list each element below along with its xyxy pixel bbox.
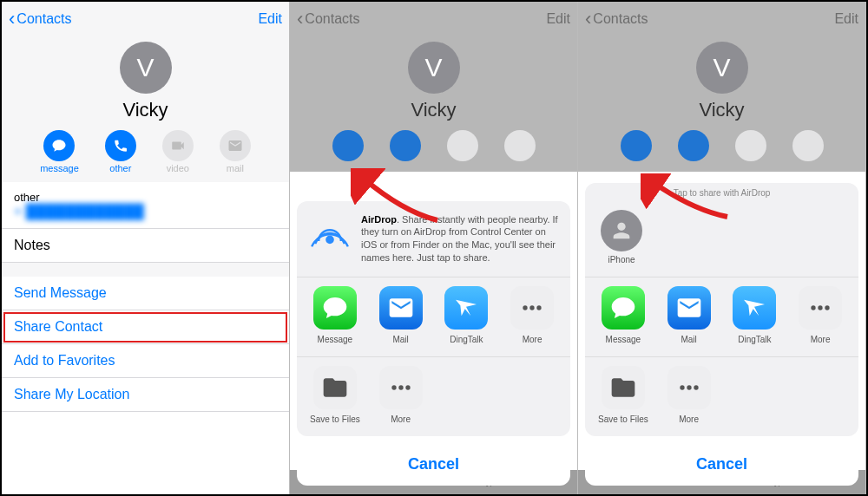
cell-share-contact[interactable]: Share Contact (2, 310, 289, 344)
cell-send-message[interactable]: Send Message (2, 277, 289, 310)
share-apps-row: Message Mail DingTalk More (297, 277, 570, 357)
share-sheet: Tap to share with AirDrop iPhone Message… (585, 183, 858, 486)
avatar: V (696, 42, 748, 94)
share-app-message[interactable]: Message (302, 286, 368, 344)
cell-phone[interactable]: other + ████████████ (2, 182, 289, 229)
person-icon (601, 210, 642, 251)
cancel-button[interactable]: Cancel (297, 443, 570, 486)
share-sheet: AirDrop. Share instantly with people nea… (297, 201, 570, 486)
contact-cells: other + ████████████ Notes Send Message … (2, 182, 289, 412)
nav-edit-button[interactable]: Edit (258, 11, 282, 27)
action-message[interactable]: message (40, 130, 79, 173)
svg-point-12 (694, 385, 698, 389)
folder-icon (602, 366, 645, 409)
folder-icon (313, 366, 357, 409)
chevron-left-icon: ‹ (585, 10, 591, 29)
more-icon (667, 366, 711, 409)
airdrop-targets-row: iPhone (585, 198, 858, 277)
contact-header: V Vicky (290, 36, 577, 172)
airdrop-target-iphone[interactable]: iPhone (597, 210, 642, 264)
more-icon (799, 286, 842, 330)
action-other[interactable]: other (105, 130, 136, 173)
chevron-left-icon: ‹ (297, 10, 303, 29)
svg-point-0 (326, 235, 334, 244)
action-row: message other video mail (2, 130, 289, 173)
nav-back-label: Contacts (16, 11, 71, 27)
share-app-more[interactable]: More (787, 286, 853, 344)
svg-point-4 (391, 385, 396, 389)
share-action-save-files[interactable]: Save to Files (590, 366, 656, 424)
share-actions-row: Save to Files More (297, 357, 570, 436)
share-app-dingtalk[interactable]: DingTalk (434, 286, 500, 344)
nav-back[interactable]: ‹ Contacts (297, 10, 359, 29)
nav-edit-button[interactable]: Edit (546, 11, 570, 27)
phone-number: + ████████████ (14, 204, 144, 219)
contact-name: Vicky (2, 99, 289, 121)
share-action-save-files[interactable]: Save to Files (302, 366, 368, 424)
cancel-button[interactable]: Cancel (585, 443, 858, 486)
svg-point-7 (811, 305, 815, 310)
svg-point-10 (680, 385, 684, 389)
cell-share-location[interactable]: Share My Location (2, 378, 289, 412)
cell-notes[interactable]: Notes (2, 229, 289, 263)
phone-icon (105, 130, 136, 161)
share-app-dingtalk[interactable]: DingTalk (722, 286, 788, 344)
video-icon (162, 130, 194, 161)
share-app-more[interactable]: More (499, 286, 565, 344)
share-action-more[interactable]: More (368, 366, 434, 424)
message-icon (43, 130, 75, 161)
dingtalk-app-icon (444, 286, 488, 330)
avatar: V (120, 42, 172, 94)
mail-app-icon (667, 286, 711, 330)
svg-point-6 (405, 385, 410, 389)
share-app-message[interactable]: Message (590, 286, 656, 344)
svg-point-1 (523, 305, 527, 310)
share-actions-row: Save to Files More (585, 357, 858, 436)
svg-point-2 (529, 305, 534, 310)
airdrop-description: AirDrop. Share instantly with people nea… (361, 213, 558, 264)
nav-back[interactable]: ‹ Contacts (9, 10, 71, 29)
airdrop-row[interactable]: AirDrop. Share instantly with people nea… (297, 201, 570, 277)
avatar: V (408, 42, 460, 94)
contact-name: Vicky (578, 99, 865, 121)
share-apps-row: Message Mail DingTalk More (585, 277, 858, 357)
svg-point-11 (687, 385, 691, 389)
more-icon (379, 366, 423, 409)
nav-edit-button[interactable]: Edit (834, 11, 858, 27)
contact-header: V Vicky message other video mail (2, 36, 289, 182)
svg-point-8 (818, 305, 822, 310)
pane-share-sheet-airdrop-target: ‹ Contacts Edit V Vicky Favorites Recent… (578, 2, 866, 494)
share-action-more[interactable]: More (656, 366, 722, 424)
mail-app-icon (379, 286, 423, 330)
cell-add-favorites[interactable]: Add to Favorites (2, 344, 289, 378)
navbar: ‹ Contacts Edit (290, 2, 577, 36)
contact-name: Vicky (290, 99, 577, 121)
message-app-icon (602, 286, 645, 330)
pane-contact-detail: ‹ Contacts Edit V Vicky message other vi… (2, 2, 290, 494)
share-sheet-card: AirDrop. Share instantly with people nea… (297, 201, 570, 436)
nav-back[interactable]: ‹ Contacts (585, 10, 648, 29)
chevron-left-icon: ‹ (9, 10, 15, 29)
message-app-icon (313, 286, 357, 330)
action-row (290, 130, 577, 163)
airdrop-tap-label: Tap to share with AirDrop (585, 183, 858, 198)
mail-icon (220, 130, 251, 161)
action-row (578, 130, 865, 163)
svg-point-3 (536, 305, 541, 310)
navbar: ‹ Contacts Edit (578, 2, 865, 36)
share-app-mail[interactable]: Mail (656, 286, 722, 344)
airdrop-icon (309, 213, 351, 255)
dingtalk-app-icon (733, 286, 776, 330)
contact-header: V Vicky (578, 36, 865, 172)
svg-point-5 (398, 385, 403, 389)
share-sheet-card: Tap to share with AirDrop iPhone Message… (585, 183, 858, 436)
more-icon (510, 286, 554, 330)
action-mail: mail (220, 130, 251, 173)
share-app-mail[interactable]: Mail (368, 286, 434, 344)
navbar: ‹ Contacts Edit (2, 2, 289, 36)
pane-share-sheet-airdrop-info: ‹ Contacts Edit V Vicky Favorites Recent… (290, 2, 578, 494)
svg-point-9 (825, 305, 829, 310)
action-video: video (162, 130, 194, 173)
